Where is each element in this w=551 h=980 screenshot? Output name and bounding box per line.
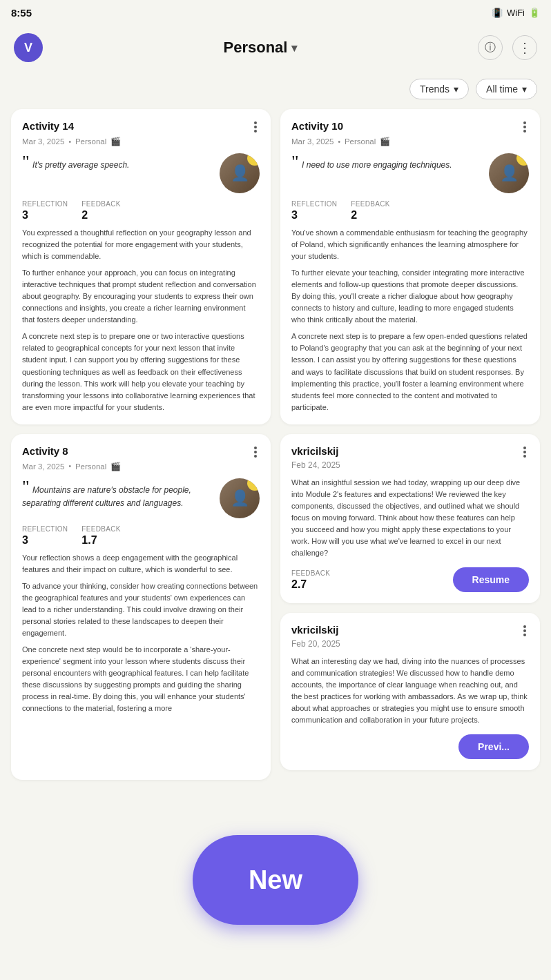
session-1-date: Feb 24, 2025 [291,460,529,470]
more-button[interactable]: ⋮ [512,35,537,60]
card-8-feedback-stat: FEEDBACK 1.7 [81,525,120,547]
info-icon: ⓘ [485,41,496,55]
activity-14-card: Activity 14 Mar 3, 2025 • Personal 🎬 " I… [11,109,271,424]
session-2-author: vkricilskij [291,624,338,636]
dot-8: • [68,462,71,470]
card-8-context: Personal [75,462,106,471]
card-8-quote-area: " Mountains are nature's obstacle for pe… [22,478,260,518]
session-1-feedback-row: FEEDBACK 2.7 Resume [291,567,529,592]
feedback-label-s1: FEEDBACK [291,569,330,577]
card-10-quote: I need to use more engaging techniques. [302,160,452,170]
feedback-val-s1: 2.7 [291,578,307,590]
feedback-val: 2 [81,209,88,221]
card-10-quote-area: " I need to use more engaging techniques… [291,153,529,193]
card-10-avatar: 👤 [489,153,529,193]
card-10-meta: Mar 3, 2025 • Personal 🎬 [291,137,529,146]
activity-8-card: Activity 8 Mar 3, 2025 • Personal 🎬 " Mo… [11,434,271,781]
quote-mark-10: " [291,152,299,172]
session-2-header: vkricilskij [291,624,529,638]
status-time: 8:55 [11,7,32,19]
new-fab-button[interactable]: New [193,835,358,925]
session-1-body: What an insightful session we had today,… [291,477,529,559]
session-2-card: vkricilskij Feb 20, 2025 What an interes… [280,613,540,770]
session-1-menu-button[interactable] [521,445,529,459]
card-14-date: Mar 3, 2025 [22,137,64,146]
card-8-header: Activity 8 [22,445,260,459]
card-8-title: Activity 8 [22,445,68,457]
wifi-icon: WiFi [507,8,525,18]
feedback-val-10: 2 [351,209,357,221]
card-8-meta: Mar 3, 2025 • Personal 🎬 [22,462,260,471]
card-14-avatar: 👤 [220,153,260,193]
reflection-label-8: REFLECTION [22,525,68,533]
resume-button[interactable]: Resume [453,567,529,592]
avatar[interactable]: V [14,33,43,62]
card-14-reflection-stat: REFLECTION 3 [22,200,68,222]
card-14-header: Activity 14 [22,120,260,134]
card-14-quote-area: " It's pretty average speech. 👤 [22,153,260,193]
card-14-body: You expressed a thoughtful reflection on… [22,227,260,413]
session-2-body: What an interesting day we had, diving i… [291,656,529,726]
chevron-down-icon[interactable]: ▾ [291,41,297,55]
reflection-val-8: 3 [22,534,28,546]
card-14-menu-button[interactable] [251,120,260,134]
header-title-text: Personal [224,39,288,57]
status-bar: 8:55 📳 WiFi 🔋 [0,0,551,25]
card-14-quote: It's pretty average speech. [32,160,129,170]
session-1-card: vkricilskij Feb 24, 2025 What an insight… [280,434,540,603]
card-10-context: Personal [345,137,376,146]
card-8-body-p1: Your reflection shows a deep engagement … [22,552,260,576]
reflection-label-10: REFLECTION [291,200,337,208]
card-8-stats: REFLECTION 3 FEEDBACK 1.7 [22,525,260,547]
session-1-feedback: FEEDBACK 2.7 [291,569,330,591]
card-8-body-p3: One concrete next step would be to incor… [22,644,260,714]
preview-button[interactable]: Previ... [458,734,529,759]
card-8-body-p2: To advance your thinking, consider how c… [22,580,260,639]
card-14-feedback-stat: FEEDBACK 2 [81,200,120,222]
more-icon: ⋮ [518,39,532,56]
trends-filter[interactable]: Trends ▾ [409,79,469,99]
card-8-menu-button[interactable] [251,445,260,459]
alltime-chevron-icon: ▾ [522,84,527,95]
feedback-label-10: FEEDBACK [351,200,389,208]
card-10-header: Activity 10 [291,120,529,134]
session-2-footer: Previ... [291,734,529,759]
card-14-title: Activity 14 [22,120,74,132]
card-8-quote: Mountains are nature's obstacle for peop… [22,485,191,508]
card-10-feedback-stat: FEEDBACK 2 [351,200,389,222]
quote-mark-8: " [22,477,30,497]
session-1-author: vkricilskij [291,445,338,457]
card-8-reflection-stat: REFLECTION 3 [22,525,68,547]
header: V Personal ▾ ⓘ ⋮ [0,25,551,73]
trends-chevron-icon: ▾ [454,84,458,95]
card-8-date: Mar 3, 2025 [22,462,64,471]
info-button[interactable]: ⓘ [478,35,503,60]
alltime-label: All time [486,84,518,95]
trends-label: Trends [420,84,450,95]
battery-icon: 🔋 [529,8,540,18]
avatar-badge-8 [247,478,260,491]
cards-grid: Activity 14 Mar 3, 2025 • Personal 🎬 " I… [0,109,551,849]
reflection-val: 3 [22,209,28,221]
card-14-body-p2: To further enhance your approach, you ca… [22,267,260,326]
alltime-filter[interactable]: All time ▾ [476,79,537,99]
session-1-header: vkricilskij [291,445,529,459]
feedback-val-8: 1.7 [81,534,97,546]
session-2-menu-button[interactable] [521,624,529,638]
card-10-body-p3: A concrete next step is to prepare a few… [291,331,529,413]
card-10-body-p1: You've shown a commendable enthusiasm fo… [291,227,529,262]
dot: • [338,138,340,146]
card-10-date: Mar 3, 2025 [291,137,334,146]
card-14-body-p1: You expressed a thoughtful reflection on… [22,227,260,262]
header-actions: ⓘ ⋮ [478,35,537,60]
reflection-val-10: 3 [291,209,298,221]
card-14-stats: REFLECTION 3 FEEDBACK 2 [22,200,260,222]
card-10-menu-button[interactable] [521,120,529,134]
activity-10-card: Activity 10 Mar 3, 2025 • Personal 🎬 " I… [280,109,540,424]
card-8-body: Your reflection shows a deep engagement … [22,552,260,715]
new-fab-label: New [249,865,302,895]
card-14-body-p3: A concrete next step is to prepare one o… [22,331,260,413]
card-10-body-p2: To further elevate your teaching, consid… [291,267,529,326]
feedback-label-8: FEEDBACK [81,525,120,533]
card-14-context: Personal [75,137,106,146]
